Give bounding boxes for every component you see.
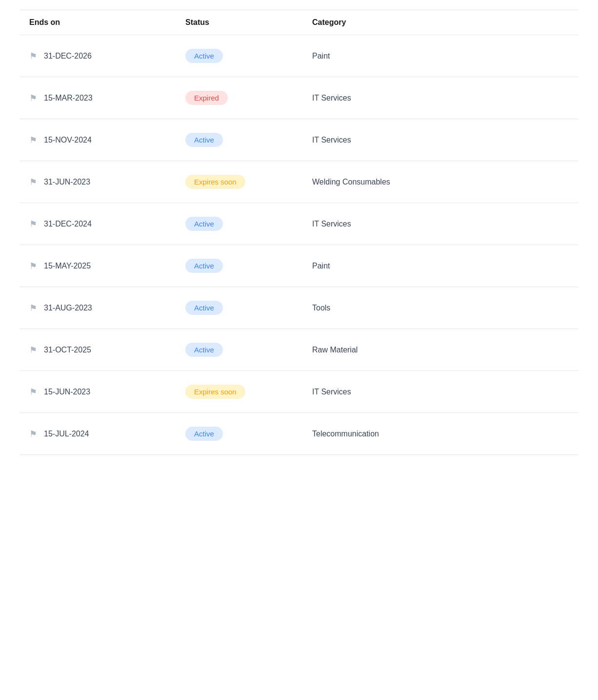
status-cell: Active xyxy=(185,343,312,357)
status-badge: Active xyxy=(185,343,223,357)
status-badge: Expired xyxy=(185,91,228,105)
table-body: ⚑ 31-DEC-2026 Active Paint ⚑ 15-MAR-2023… xyxy=(20,35,578,455)
flag-icon: ⚑ xyxy=(29,135,37,145)
ends-on-cell: ⚑ 15-MAR-2023 xyxy=(29,93,185,103)
table-header: Ends on Status Category xyxy=(20,10,578,35)
status-cell: Active xyxy=(185,49,312,63)
status-badge: Expires soon xyxy=(185,175,245,189)
flag-icon: ⚑ xyxy=(29,429,37,439)
status-badge: Expires soon xyxy=(185,385,245,399)
flag-icon: ⚑ xyxy=(29,303,37,313)
status-cell: Active xyxy=(185,259,312,273)
ends-on-cell: ⚑ 31-AUG-2023 xyxy=(29,303,185,313)
table-row[interactable]: ⚑ 31-OCT-2025 Active Raw Material xyxy=(20,329,578,371)
status-cell: Active xyxy=(185,427,312,441)
status-cell: Active xyxy=(185,217,312,231)
category-text: Raw Material xyxy=(312,346,569,354)
status-cell: Active xyxy=(185,133,312,147)
category-text: Welding Consumables xyxy=(312,178,569,186)
flag-icon: ⚑ xyxy=(29,51,37,62)
category-text: Telecommunication xyxy=(312,430,569,438)
ends-on-cell: ⚑ 15-NOV-2024 xyxy=(29,135,185,145)
category-text: IT Services xyxy=(312,220,569,228)
header-category: Category xyxy=(312,18,569,27)
table-row[interactable]: ⚑ 31-JUN-2023 Expires soon Welding Consu… xyxy=(20,161,578,203)
flag-icon: ⚑ xyxy=(29,219,37,229)
status-cell: Expires soon xyxy=(185,385,312,399)
table-row[interactable]: ⚑ 15-MAY-2025 Active Paint xyxy=(20,245,578,287)
table-row[interactable]: ⚑ 15-JUL-2024 Active Telecommunication xyxy=(20,413,578,455)
status-badge: Active xyxy=(185,49,223,63)
table-row[interactable]: ⚑ 31-DEC-2026 Active Paint xyxy=(20,35,578,77)
status-badge: Active xyxy=(185,259,223,273)
flag-icon: ⚑ xyxy=(29,261,37,271)
category-text: IT Services xyxy=(312,136,569,144)
category-text: Paint xyxy=(312,262,569,270)
status-cell: Expires soon xyxy=(185,175,312,189)
status-cell: Expired xyxy=(185,91,312,105)
ends-on-cell: ⚑ 31-DEC-2024 xyxy=(29,219,185,229)
flag-icon: ⚑ xyxy=(29,387,37,397)
status-badge: Active xyxy=(185,301,223,315)
contracts-table: Ends on Status Category ⚑ 31-DEC-2026 Ac… xyxy=(0,0,598,465)
status-badge: Active xyxy=(185,133,223,147)
flag-icon: ⚑ xyxy=(29,93,37,103)
ends-on-cell: ⚑ 15-JUN-2023 xyxy=(29,387,185,397)
header-status: Status xyxy=(185,18,312,27)
date-text: 31-DEC-2026 xyxy=(44,52,92,61)
category-text: Paint xyxy=(312,52,569,61)
date-text: 31-AUG-2023 xyxy=(44,304,92,312)
category-text: IT Services xyxy=(312,94,569,103)
ends-on-cell: ⚑ 31-JUN-2023 xyxy=(29,177,185,187)
date-text: 15-MAY-2025 xyxy=(44,262,91,270)
status-cell: Active xyxy=(185,301,312,315)
date-text: 31-OCT-2025 xyxy=(44,346,91,354)
header-ends-on: Ends on xyxy=(29,18,185,27)
ends-on-cell: ⚑ 31-OCT-2025 xyxy=(29,345,185,355)
category-text: Tools xyxy=(312,304,569,312)
table-row[interactable]: ⚑ 31-DEC-2024 Active IT Services xyxy=(20,203,578,245)
flag-icon: ⚑ xyxy=(29,177,37,187)
date-text: 31-JUN-2023 xyxy=(44,178,90,186)
date-text: 15-NOV-2024 xyxy=(44,136,92,144)
date-text: 31-DEC-2024 xyxy=(44,220,92,228)
date-text: 15-JUL-2024 xyxy=(44,430,89,438)
status-badge: Active xyxy=(185,427,223,441)
status-badge: Active xyxy=(185,217,223,231)
category-text: IT Services xyxy=(312,388,569,396)
ends-on-cell: ⚑ 15-MAY-2025 xyxy=(29,261,185,271)
table-row[interactable]: ⚑ 15-NOV-2024 Active IT Services xyxy=(20,119,578,161)
date-text: 15-JUN-2023 xyxy=(44,388,90,396)
ends-on-cell: ⚑ 31-DEC-2026 xyxy=(29,51,185,62)
table-row[interactable]: ⚑ 15-MAR-2023 Expired IT Services xyxy=(20,77,578,119)
table-row[interactable]: ⚑ 31-AUG-2023 Active Tools xyxy=(20,287,578,329)
table-row[interactable]: ⚑ 15-JUN-2023 Expires soon IT Services xyxy=(20,371,578,413)
date-text: 15-MAR-2023 xyxy=(44,94,93,103)
flag-icon: ⚑ xyxy=(29,345,37,355)
ends-on-cell: ⚑ 15-JUL-2024 xyxy=(29,429,185,439)
